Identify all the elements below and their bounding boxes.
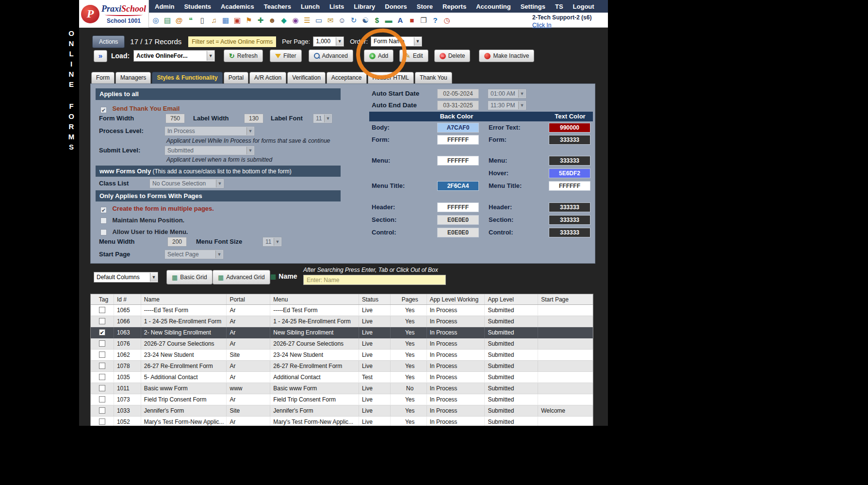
header-back-color-swatch[interactable]: FFFFFF	[437, 202, 479, 212]
edit-button[interactable]: ✎Edit	[399, 50, 428, 62]
send-thank-you-checkbox[interactable]: ✔	[100, 107, 107, 113]
refresh-button[interactable]: ↻Refresh	[224, 50, 263, 62]
row-checkbox[interactable]	[99, 307, 105, 313]
column-header-id[interactable]: Id #	[114, 294, 141, 304]
maintain-menu-checkbox[interactable]	[100, 217, 107, 224]
column-header-app-level[interactable]: App Level	[485, 294, 538, 304]
hover-text-color-swatch[interactable]: 5E6DF2	[549, 168, 590, 178]
az-sort-icon[interactable]: A	[394, 16, 406, 24]
add-student-icon[interactable]: ✚	[255, 16, 266, 25]
nav-item-lunch[interactable]: Lunch	[296, 3, 325, 10]
form-text-color-swatch[interactable]: 333333	[549, 135, 590, 145]
nav-item-teachers[interactable]: Teachers	[259, 3, 296, 10]
email-at-icon[interactable]: @	[173, 16, 185, 24]
calendar-icon[interactable]: ▣	[231, 16, 243, 25]
advanced-grid-button[interactable]: ▦Advanced Grid	[213, 270, 270, 284]
name-search-input[interactable]	[303, 275, 446, 285]
row-checkbox[interactable]	[99, 385, 105, 391]
nav-item-library[interactable]: Library	[349, 3, 380, 10]
auto-end-time-select[interactable]: 11:30 PM▼	[488, 100, 526, 110]
start-page-select[interactable]: Select Page▼	[164, 250, 224, 259]
tab-styles-functionality[interactable]: Styles & Functionality	[152, 72, 222, 84]
lunch-icon[interactable]: ☰	[301, 16, 313, 25]
print-icon[interactable]: ❐	[418, 16, 429, 25]
menu-title-text-color-swatch[interactable]: FFFFFF	[549, 181, 590, 191]
table-row[interactable]: 106223-24 New StudentSite23-24 New Stude…	[91, 350, 593, 361]
chat-icon[interactable]: ❝	[185, 16, 197, 25]
grid-icon[interactable]: ▦	[220, 16, 231, 25]
row-checkbox[interactable]	[99, 318, 105, 324]
actions-button[interactable]: Actions	[92, 35, 125, 48]
menu-text-color-swatch[interactable]: 333333	[549, 156, 590, 166]
menu-font-size-select[interactable]: 11▼	[262, 237, 282, 247]
menu-back-color-swatch[interactable]: FFFFFF	[437, 156, 479, 166]
student-icon[interactable]: ☻	[266, 16, 278, 24]
row-checkbox[interactable]	[99, 407, 105, 414]
nav-item-academics[interactable]: Academics	[216, 3, 259, 10]
nav-item-accounting[interactable]: Accounting	[471, 3, 516, 10]
row-checkbox[interactable]: ✔	[99, 329, 105, 335]
row-checkbox[interactable]	[99, 363, 105, 369]
lookup-icon[interactable]: ◉	[290, 16, 301, 25]
menu-title-back-color-swatch[interactable]: 2F6CA4	[437, 181, 479, 191]
mail-icon[interactable]: ✉	[325, 16, 336, 25]
table-row[interactable]: ✔10632- New Sibling EnrollmentArNew Sibl…	[91, 327, 593, 338]
tab-a-r-action[interactable]: A/R Action	[249, 72, 286, 84]
pdf-icon[interactable]: ■	[406, 16, 418, 24]
clock-icon[interactable]: ◷	[441, 16, 453, 25]
auto-end-date-input[interactable]: 03-31-2025	[437, 100, 479, 110]
table-row[interactable]: 10661 - 24-25 Re-Enrollment FormAr1 - 24…	[91, 316, 593, 327]
auto-start-time-select[interactable]: 01:00 AM▼	[488, 89, 526, 99]
nav-item-admin[interactable]: Admin	[150, 3, 179, 10]
sync-icon[interactable]: ↻	[348, 16, 360, 25]
audio-icon[interactable]: ♫	[208, 16, 220, 24]
tab-verification[interactable]: Verification	[287, 72, 326, 84]
submit-level-select[interactable]: Submitted▼	[164, 146, 255, 155]
mobile-icon[interactable]: ▯	[197, 16, 208, 25]
help-icon[interactable]: ?	[429, 16, 441, 24]
cash-icon[interactable]: $	[371, 16, 383, 24]
delete-button[interactable]: –Delete	[434, 50, 471, 62]
load-expand-button[interactable]: »	[94, 50, 107, 62]
nav-item-reports[interactable]: Reports	[438, 3, 471, 10]
process-level-select[interactable]: In Process▼	[164, 126, 255, 136]
table-row[interactable]: 1011Basic www FormwwwBasic www FormLiveN…	[91, 383, 593, 394]
nav-item-settings[interactable]: Settings	[516, 3, 550, 10]
row-checkbox[interactable]	[99, 396, 105, 402]
nav-item-ts[interactable]: TS	[550, 3, 568, 10]
load-filter-select[interactable]: Active OnlineFor...▼	[133, 50, 215, 62]
chart-icon[interactable]: ▤	[162, 16, 173, 25]
multiple-pages-checkbox[interactable]: ✔	[100, 207, 107, 213]
row-checkbox[interactable]	[99, 418, 105, 425]
advanced-button[interactable]: Advanced	[309, 50, 353, 62]
add-button[interactable]: +Add	[364, 50, 393, 62]
table-row[interactable]: 107826-27 Re-Enrollment FormAr26-27 Re-E…	[91, 361, 593, 372]
make-inactive-button[interactable]: Make Inactive	[479, 50, 534, 62]
table-row[interactable]: 1033Jennifer's FormSiteJennifer's FormLi…	[91, 405, 593, 417]
order-select[interactable]: Form Name▼	[371, 36, 422, 47]
nav-item-logout[interactable]: Logout	[568, 3, 599, 10]
tab-thank-you[interactable]: Thank You	[415, 72, 452, 84]
tab-acceptance[interactable]: Acceptance	[327, 72, 367, 84]
row-checkbox[interactable]	[99, 374, 105, 380]
per-page-select[interactable]: 1,000▼	[313, 36, 344, 47]
class-list-select[interactable]: No Course Selection▼	[149, 179, 224, 188]
tab-header-html[interactable]: Header HTML	[368, 72, 414, 84]
tab-managers[interactable]: Managers	[115, 72, 151, 84]
nav-item-students[interactable]: Students	[179, 3, 216, 10]
search-icon[interactable]: ◎	[150, 16, 162, 25]
card-icon[interactable]: ▭	[313, 16, 325, 25]
filter-button[interactable]: Filter	[270, 50, 302, 62]
announce-icon[interactable]: ⚑	[243, 16, 255, 25]
clock-in-link[interactable]: Click In	[532, 22, 551, 29]
error-text-text-color-swatch[interactable]: 990000	[549, 123, 590, 133]
column-header-status[interactable]: Status	[359, 294, 391, 304]
tab-form[interactable]: Form	[91, 72, 115, 84]
table-row[interactable]: 1073Field Trip Consent FormArField Trip …	[91, 394, 593, 405]
row-checkbox[interactable]	[99, 351, 105, 358]
staff-icon[interactable]: ☺	[336, 16, 348, 24]
table-row[interactable]: 1052Mary's Test Form-New Applic...ArMary…	[91, 417, 593, 426]
auto-start-date-input[interactable]: 02-05-2024	[437, 89, 479, 99]
control-back-color-swatch[interactable]: E0E0E0	[437, 228, 479, 237]
label-width-input[interactable]	[244, 114, 263, 123]
